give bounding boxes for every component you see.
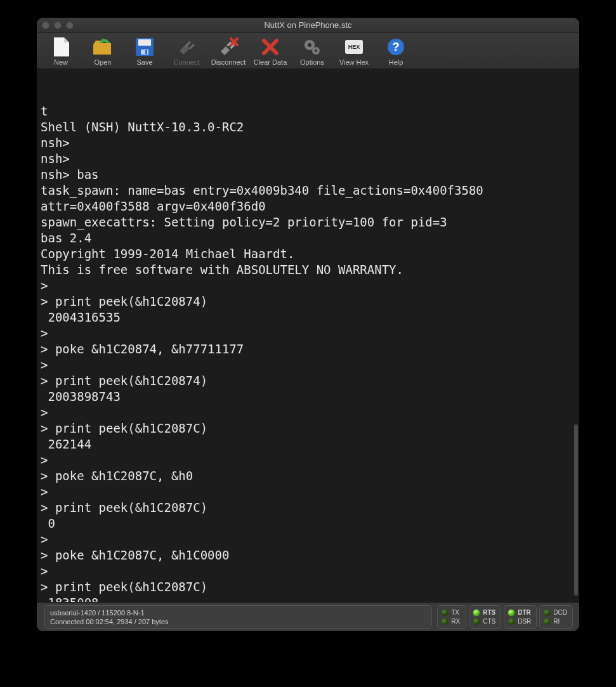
terminal-output[interactable]: tShell (NSH) NuttX-10.3.0-RC2nsh>nsh>nsh… [37,69,579,602]
dcd-label: DCD [553,609,567,616]
terminal-line: > print peek(&h1C2087C) [41,500,575,516]
terminal-line: bas 2.4 [41,230,575,246]
svg-marker-1 [64,37,69,43]
rts-led-icon [473,610,480,616]
statusbar: usbserial-1420 / 115200 8-N-1 Connected … [37,602,579,631]
vertical-scrollbar[interactable] [574,424,578,596]
terminal-line: task_spawn: name=bas entry=0x4009b340 fi… [41,183,575,199]
new-button[interactable]: New [42,37,80,66]
hex-badge-icon: HEX [344,37,364,57]
traffic-lights [42,22,74,29]
dsr-led-icon [508,618,514,625]
terminal-line: > [41,563,575,579]
terminal-line: > poke &h1C2087C, &h0 [41,468,575,484]
dsr-label: DSR [518,618,531,625]
svg-point-15 [315,49,317,52]
new-label: New [54,58,68,66]
terminal-line: t [41,103,575,119]
connection-duration-text: Connected 00:02:54, 2934 / 207 bytes [50,618,426,625]
connect-plug-icon [176,37,197,57]
disconnect-label: Disconnect [211,58,246,66]
disconnect-plug-icon [218,37,239,57]
help-button[interactable]: ? Help [377,37,415,66]
new-file-icon [51,37,71,57]
terminal-line: > print peek(&h1C2087C) [41,421,575,436]
rx-label: RX [451,618,460,625]
tx-label: TX [451,609,459,616]
svg-point-13 [308,43,311,47]
terminal-line: attr=0x400f3588 argv=0x400f36d0 [41,199,575,214]
terminal-line: > [41,452,575,468]
terminal-line: > [41,405,575,421]
view-hex-button[interactable]: HEX View Hex [335,37,373,66]
connect-label: Connect [174,58,200,66]
svg-text:?: ? [393,41,400,53]
terminal-line: > [41,484,575,500]
minimize-window-button[interactable] [54,22,62,29]
toolbar: New Open Save Connect Disconnect [37,33,579,69]
terminal-line: > print peek(&h1C20874) [41,373,575,389]
dcd-led-icon [544,610,550,616]
save-floppy-icon [134,37,155,57]
terminal-line: 1835008 [41,595,575,602]
terminal-line: spawn_execattrs: Setting policy=2 priori… [41,214,575,230]
open-button[interactable]: Open [84,37,122,66]
terminal-line: > print peek(&h1C20874) [41,294,575,310]
close-window-button[interactable] [42,22,49,29]
zoom-window-button[interactable] [66,22,74,29]
terminal-line: > print peek(&h1C2087C) [41,579,575,595]
signal-led-panel: TX RX RTS CTS DTR DSR DCD RI [435,603,579,631]
connect-button: Connect [167,37,206,66]
terminal-line: nsh> [41,151,575,167]
dtr-led-icon [508,610,514,616]
cts-label: CTS [483,618,495,625]
terminal-line: > [41,278,575,294]
ri-led-icon [544,618,550,625]
clear-data-label: Clear Data [254,58,287,66]
save-label: Save [136,58,152,66]
help-question-icon: ? [386,37,406,57]
view-hex-label: View Hex [339,58,369,66]
port-settings-text: usbserial-1420 / 115200 8-N-1 [50,609,426,617]
terminal-line: > [41,357,575,373]
save-button[interactable]: Save [126,37,164,66]
svg-rect-7 [145,50,147,54]
open-label: Open [95,58,112,66]
clear-data-button[interactable]: Clear Data [251,37,289,66]
options-label: Options [300,58,324,66]
terminal-line: > [41,325,575,341]
terminal-line: 2004316535 [41,310,575,325]
terminal-line: Shell (NSH) NuttX-10.3.0-RC2 [41,119,575,135]
svg-rect-6 [141,49,148,55]
tx-led-icon [442,610,448,616]
svg-rect-9 [189,44,195,49]
svg-rect-8 [185,41,191,47]
terminal-line: Copyright 1999-2014 Michael Haardt. [41,246,575,262]
dtr-label[interactable]: DTR [518,609,531,616]
open-folder-icon [93,37,113,57]
titlebar: NuttX on PinePhone.stc [37,18,579,33]
svg-rect-5 [138,39,151,46]
terminal-line: nsh> [41,135,575,151]
options-button[interactable]: Options [293,37,331,66]
terminal-line: 0 [41,516,575,532]
app-window: NuttX on PinePhone.stc New Open Save Con… [37,18,579,631]
ri-label: RI [553,618,560,625]
cts-led-icon [473,618,480,625]
disconnect-button[interactable]: Disconnect [209,37,247,66]
terminal-line: > poke &h1C2087C, &h1C0000 [41,547,575,563]
connection-status-panel: usbserial-1420 / 115200 8-N-1 Connected … [44,605,432,629]
terminal-line: This is free software with ABSOLUTELY NO… [41,262,575,278]
help-label: Help [389,58,403,66]
gears-icon [302,37,322,57]
clear-x-icon [260,37,280,57]
terminal-line: 262144 [41,436,575,452]
window-title: NuttX on PinePhone.stc [37,20,579,30]
terminal-line: 2003898743 [41,389,575,405]
terminal-line: > poke &h1C20874, &h77711177 [41,341,575,357]
rts-label[interactable]: RTS [483,609,495,616]
terminal-line: nsh> bas [41,167,575,183]
rx-led-icon [442,618,448,625]
terminal-line: > [41,532,575,547]
